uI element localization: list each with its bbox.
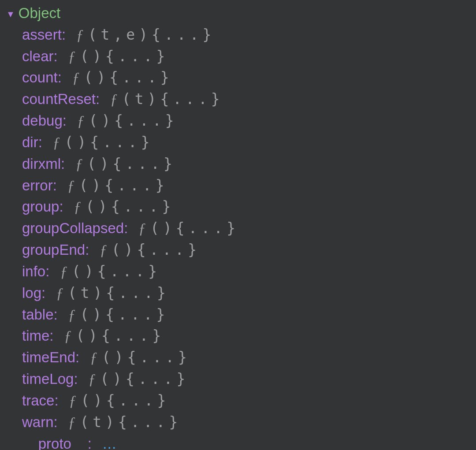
property-name: countReset <box>22 91 96 107</box>
property-row[interactable]: countReset:ƒ (t){...} <box>22 89 476 110</box>
property-row[interactable]: clear:ƒ (){...} <box>22 46 476 67</box>
function-signature: (){...} <box>112 241 201 258</box>
object-header[interactable]: ▼ Object <box>0 3 476 24</box>
function-signature: (){...} <box>76 327 165 344</box>
property-name: groupEnd <box>22 242 85 258</box>
property-row[interactable]: count:ƒ (){...} <box>22 67 476 89</box>
property-row[interactable]: dir:ƒ (){...} <box>22 132 476 153</box>
function-symbol-icon: ƒ <box>100 242 108 258</box>
function-symbol-icon: ƒ <box>110 91 118 107</box>
property-colon: : <box>96 91 100 107</box>
function-signature: (){...} <box>87 155 176 172</box>
property-colon: : <box>75 349 79 365</box>
function-signature: (){...} <box>100 370 189 387</box>
property-name: dirxml <box>22 156 61 172</box>
function-symbol-icon: ƒ <box>138 220 146 236</box>
function-signature: (t){...} <box>122 90 224 108</box>
property-name: timeLog <box>22 371 74 387</box>
function-symbol-icon: ƒ <box>69 393 77 409</box>
property-row[interactable]: warn:ƒ (t){...} <box>22 412 476 433</box>
function-symbol-icon: ƒ <box>72 70 80 86</box>
property-name: table <box>22 306 54 323</box>
property-colon: : <box>54 306 58 323</box>
function-signature: (){...} <box>150 219 239 237</box>
property-name: timeEnd <box>22 349 75 365</box>
property-colon: : <box>62 26 66 43</box>
function-signature: (){...} <box>79 177 168 194</box>
property-row[interactable]: dirxml:ƒ (){...} <box>22 153 476 175</box>
property-colon: : <box>53 177 57 193</box>
object-properties-list: assert:ƒ (t,e){...}clear:ƒ (){...}count:… <box>0 24 476 450</box>
function-signature: (t){...} <box>80 413 182 431</box>
disclosure-triangle-icon[interactable]: ▼ <box>6 10 15 19</box>
function-symbol-icon: ƒ <box>77 113 85 129</box>
property-name: groupCollapsed <box>22 220 124 236</box>
property-name: error <box>22 177 53 193</box>
function-symbol-icon: ƒ <box>68 414 76 430</box>
function-symbol-icon: ƒ <box>53 134 61 150</box>
property-colon: : <box>85 242 89 258</box>
property-name: assert <box>22 26 62 43</box>
property-row[interactable]: time:ƒ (){...} <box>22 325 476 347</box>
function-symbol-icon: ƒ <box>64 328 72 344</box>
function-signature: (){...} <box>84 69 173 86</box>
function-signature: (){...} <box>72 263 161 280</box>
function-signature: (){...} <box>89 112 178 129</box>
property-colon: : <box>59 198 63 215</box>
function-signature: (){...} <box>65 134 154 151</box>
property-row[interactable]: groupCollapsed:ƒ (){...} <box>22 218 476 239</box>
function-symbol-icon: ƒ <box>67 178 75 193</box>
property-colon: : <box>38 134 42 150</box>
property-name: dir <box>22 134 38 150</box>
proto-link[interactable]: … <box>102 435 117 450</box>
property-row[interactable]: debug:ƒ (){...} <box>22 110 476 132</box>
function-signature: (){...} <box>81 392 170 409</box>
property-name: log <box>22 285 41 301</box>
function-symbol-icon: ƒ <box>75 156 83 172</box>
property-row[interactable]: log:ƒ (t){...} <box>22 283 476 304</box>
property-row[interactable]: timeLog:ƒ (){...} <box>22 368 476 390</box>
property-colon: : <box>61 156 65 172</box>
property-colon: : <box>124 220 128 236</box>
function-signature: (t,e){...} <box>88 26 216 43</box>
property-colon: : <box>45 263 49 279</box>
property-name: trace <box>22 392 54 409</box>
property-name: info <box>22 263 45 279</box>
property-name: time <box>22 327 49 344</box>
property-name: debug <box>22 112 63 129</box>
function-symbol-icon: ƒ <box>90 350 98 365</box>
property-colon: : <box>63 112 67 129</box>
property-colon: : <box>54 392 58 409</box>
property-row[interactable]: error:ƒ (){...} <box>22 175 476 197</box>
function-signature: (){...} <box>80 306 169 323</box>
property-row[interactable]: info:ƒ (){...} <box>22 261 476 283</box>
property-colon: : <box>58 69 62 86</box>
property-colon: : <box>41 285 45 301</box>
object-type-label: Object <box>19 3 60 24</box>
property-row[interactable]: group:ƒ (){...} <box>22 196 476 218</box>
property-colon: : <box>49 327 53 344</box>
property-row[interactable]: assert:ƒ (t,e){...} <box>22 24 476 46</box>
property-name: clear <box>22 48 54 64</box>
property-name: warn <box>22 414 54 430</box>
function-symbol-icon: ƒ <box>60 264 68 279</box>
function-signature: (t){...} <box>68 284 170 301</box>
property-name: group <box>22 198 59 215</box>
function-signature: (){...} <box>86 198 175 215</box>
function-signature: (){...} <box>102 349 191 366</box>
function-symbol-icon: ƒ <box>68 48 76 64</box>
function-symbol-icon: ƒ <box>89 371 97 387</box>
property-colon: : <box>74 371 78 387</box>
property-row[interactable]: groupEnd:ƒ (){...} <box>22 239 476 261</box>
property-row[interactable]: timeEnd:ƒ (){...} <box>22 347 476 368</box>
function-symbol-icon: ƒ <box>76 27 84 43</box>
property-colon: : <box>54 48 58 64</box>
property-name: count <box>22 69 58 86</box>
property-colon: : <box>88 435 92 450</box>
property-row[interactable]: table:ƒ (){...} <box>22 304 476 326</box>
property-row[interactable]: trace:ƒ (){...} <box>22 390 476 412</box>
proto-name: __proto__ <box>22 435 88 450</box>
proto-row[interactable]: __proto__:… <box>22 433 476 450</box>
property-colon: : <box>54 414 58 430</box>
function-symbol-icon: ƒ <box>56 285 64 301</box>
